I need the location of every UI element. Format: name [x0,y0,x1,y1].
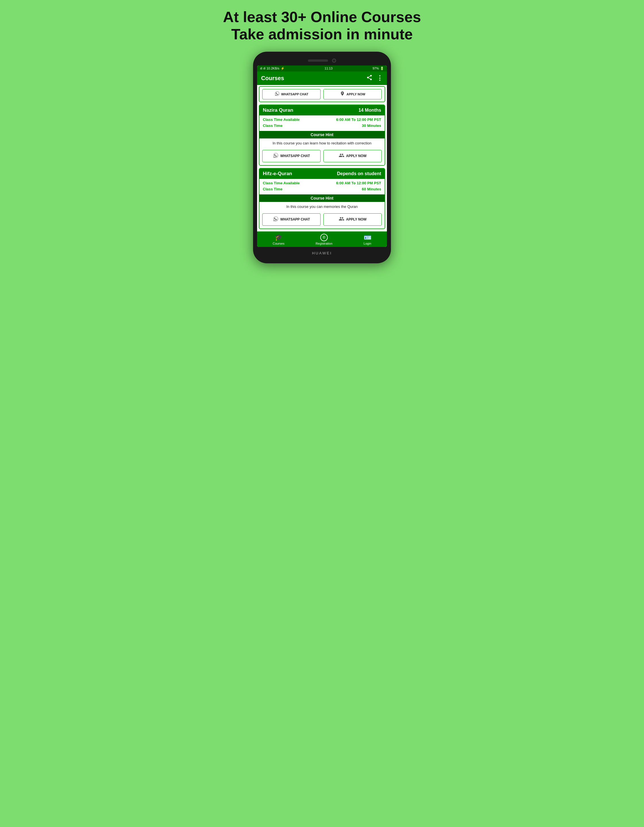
class-time-label-1: Class Time [263,187,282,191]
whatsapp-icon-1 [273,216,279,223]
whatsapp-label-1: WHATSAPP CHAT [280,217,310,222]
whatsapp-button-1[interactable]: WHATSAPP CHAT [262,213,320,226]
course-actions-0: WHATSAPP CHAT APPLY NOW [259,148,385,165]
bottom-nav: 🎓 Courses ® Registration 🪪 Login [257,231,387,247]
status-right: 97% 🔋 [372,67,384,70]
apply-button-1[interactable]: APPLY NOW [324,213,382,226]
login-nav-icon: 🪪 [364,234,371,241]
partial-apply-label: APPLY NOW [346,92,365,96]
course-duration-0: 14 Months [358,108,381,113]
class-time-available-value-1: 6:00 AM To 12:00 PM PST [336,181,381,185]
whatsapp-label-0: WHATSAPP CHAT [280,154,310,158]
partial-card: WHATSAPP CHAT APPLY NOW [259,86,385,102]
course-card-1: Hifz-e-Quran Depends on student Class Ti… [259,168,385,229]
whatsapp-icon [275,91,280,97]
screen-content[interactable]: WHATSAPP CHAT APPLY NOW [257,85,387,231]
partial-apply-button[interactable]: APPLY NOW [324,89,382,99]
app-title: Courses [261,75,284,81]
whatsapp-button-0[interactable]: WHATSAPP CHAT [262,150,320,162]
share-icon[interactable] [366,74,372,82]
registration-nav-label: Registration [316,242,333,245]
course-card-0: Nazira Quran 14 Months Class Time Availa… [259,105,385,166]
class-time-available-label-1: Class Time Available [263,181,300,185]
phone-camera [332,59,336,62]
class-time-available-value-0: 6:00 AM To 12:00 PM PST [336,117,381,122]
apply-icon [340,91,345,97]
whatsapp-icon-0 [273,153,279,160]
headline-line1: At least 30+ Online Courses [223,9,421,25]
course-info-1: Class Time Available 6:00 AM To 12:00 PM… [259,179,385,193]
phone-top-bar [257,57,387,66]
status-bar: ıll ıll 10.2KB/s ⚡ 11:13 97% 🔋 [257,66,387,72]
course-hint-header-0: Course Hint [259,131,385,139]
status-time: 11:13 [325,67,333,70]
signal-icon: ıll ıll [260,67,266,70]
status-left: ıll ıll 10.2KB/s ⚡ [260,67,284,70]
registration-nav-icon: ® [320,234,328,241]
partial-whatsapp-label: WHATSAPP CHAT [281,92,308,96]
courses-nav-icon: 🎓 [275,234,282,241]
course-actions-1: WHATSAPP CHAT APPLY NOW [259,211,385,229]
class-time-value-1: 60 Minutes [362,187,381,191]
nav-item-registration[interactable]: ® Registration [316,234,333,245]
course-info-row-time-1: Class Time 60 Minutes [263,186,381,192]
battery-indicator: 97% [372,67,379,70]
battery-icon: 🔋 [380,67,384,70]
apply-label-1: APPLY NOW [346,217,367,222]
phone-screen: ıll ıll 10.2KB/s ⚡ 11:13 97% 🔋 Courses [257,66,387,247]
course-info-row-available-1: Class Time Available 6:00 AM To 12:00 PM… [263,180,381,186]
phone-shell: ıll ıll 10.2KB/s ⚡ 11:13 97% 🔋 Courses [253,51,391,263]
login-nav-label: Login [364,242,371,245]
class-time-available-label-0: Class Time Available [263,117,300,122]
phone-bottom: HUAWEI [257,247,387,257]
course-hint-header-1: Course Hint [259,194,385,202]
apply-icon-1 [339,216,344,223]
course-hint-text-1: In this course you can memories the Qura… [259,202,385,211]
course-info-0: Class Time Available 6:00 AM To 12:00 PM… [259,115,385,130]
course-info-row-available-0: Class Time Available 6:00 AM To 12:00 PM… [263,117,381,123]
phone-speaker [308,59,328,62]
headline-line2: Take admission in minute [231,26,413,42]
more-options-icon[interactable]: ⋮ [377,74,383,82]
course-duration-1: Depends on student [337,171,381,176]
wifi-icon: ⚡ [281,67,284,70]
course-title-1: Hifz-e-Quran [263,171,292,176]
nav-item-courses[interactable]: 🎓 Courses [273,234,284,245]
course-info-row-time-0: Class Time 30 Minutes [263,123,381,129]
class-time-label-0: Class Time [263,123,282,128]
course-title-0: Nazira Quran [263,108,293,113]
course-hint-text-0: In this course you can learn how to reci… [259,139,385,148]
app-header: Courses ⋮ [257,72,387,85]
course-header-1: Hifz-e-Quran Depends on student [259,169,385,179]
apply-button-0[interactable]: APPLY NOW [324,150,382,162]
class-time-value-0: 30 Minutes [362,123,381,128]
apply-icon-0 [339,153,344,160]
partial-card-actions: WHATSAPP CHAT APPLY NOW [259,87,385,101]
courses-nav-label: Courses [273,242,284,245]
course-header-0: Nazira Quran 14 Months [259,105,385,115]
nav-item-login[interactable]: 🪪 Login [364,234,371,245]
speed-indicator: 10.2KB/s [267,67,280,70]
apply-label-0: APPLY NOW [346,154,367,158]
partial-whatsapp-button[interactable]: WHATSAPP CHAT [262,89,320,99]
headline: At least 30+ Online Courses Take admissi… [223,9,421,43]
phone-brand: HUAWEI [312,251,332,255]
app-header-icons: ⋮ [366,74,383,82]
